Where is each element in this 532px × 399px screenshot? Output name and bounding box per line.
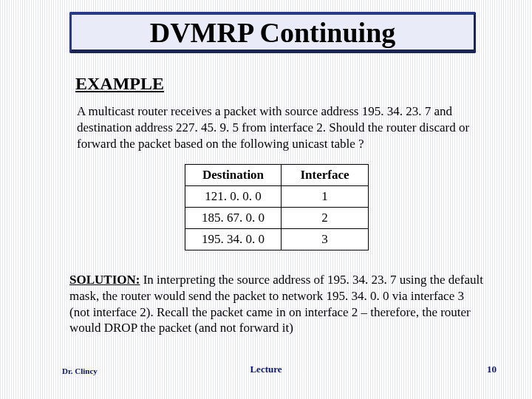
cell-interface: 3	[282, 229, 369, 250]
solution-label: SOLUTION:	[69, 273, 140, 287]
title-bar: DVMRP Continuing	[69, 12, 476, 53]
solution-block: SOLUTION: In interpreting the source add…	[69, 272, 487, 336]
table-header-row: Destination Interface	[185, 165, 369, 186]
example-heading: EXAMPLE	[75, 74, 164, 94]
unicast-table: Destination Interface 121. 0. 0. 0 1 185…	[185, 164, 369, 250]
cell-interface: 2	[282, 208, 369, 229]
cell-destination: 185. 67. 0. 0	[185, 208, 282, 229]
footer-center: Lecture	[0, 364, 532, 375]
col-destination: Destination	[185, 165, 282, 186]
cell-destination: 121. 0. 0. 0	[185, 186, 282, 208]
col-interface: Interface	[282, 165, 369, 186]
table-row: 121. 0. 0. 0 1	[185, 186, 369, 208]
cell-interface: 1	[282, 186, 369, 208]
footer-page-number: 10	[487, 364, 497, 375]
table-row: 185. 67. 0. 0 2	[185, 208, 369, 229]
slide-title: DVMRP Continuing	[150, 16, 396, 49]
table-row: 195. 34. 0. 0 3	[185, 229, 369, 250]
problem-statement: A multicast router receives a packet wit…	[77, 103, 476, 151]
cell-destination: 195. 34. 0. 0	[185, 229, 282, 250]
